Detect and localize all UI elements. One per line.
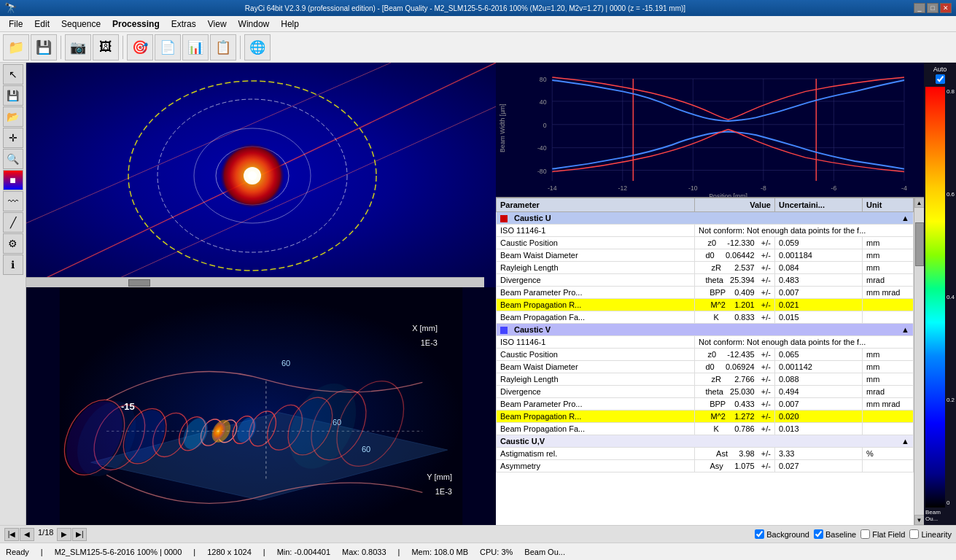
tb-separator-2	[123, 36, 123, 59]
menu-view[interactable]: View	[202, 18, 233, 31]
svg-line-1	[99, 106, 496, 287]
menu-edit[interactable]: Edit	[28, 18, 55, 31]
collapse-v-arrow[interactable]: ▲	[901, 325, 909, 334]
control-bar: |◀ ◀ 1/18 ▶ ▶| Background Baseline Flat …	[0, 525, 956, 542]
m2-v-row: Beam Propagation R... M^2 1.272 +/- 0.02…	[497, 411, 914, 423]
title-bar: 🔭 RayCi 64bit V2.3.9 (professional editi…	[0, 0, 956, 16]
maximize-button[interactable]: □	[927, 3, 938, 13]
background-checkbox[interactable]	[755, 529, 764, 539]
tb-image-button[interactable]: 🖼	[93, 34, 119, 61]
caustic-pos-u-row: Caustic Position z0 -12.330 +/- 0.059 mm	[497, 237, 914, 249]
frame-count-label: 1/18	[35, 528, 56, 541]
tool-settings2[interactable]: ⚙	[3, 233, 23, 254]
tb-doc-button[interactable]: 📄	[155, 34, 181, 61]
rayleigh-v-row: Rayleigh Length zR 2.766 +/- 0.088 mm	[497, 373, 914, 386]
divergence-u-row: Divergence theta 25.394 +/- 0.483 mrad	[497, 274, 914, 287]
bottom-3d-image: X [mm] 1E-3 Y [mm] 1E-3 -15 60 60 60	[26, 287, 496, 525]
main-content: ↖ 💾 📂 ✛ 🔍 ■ 〰 ╱ ⚙ ℹ	[0, 63, 956, 525]
menu-extras[interactable]: Extras	[166, 18, 202, 31]
asymmetry-row: Asymmetry Asy 1.075 +/- 0.027	[497, 460, 914, 472]
baseline-checkbox[interactable]	[814, 529, 823, 539]
rayleigh-u-row: Rayleigh Length zR 2.537 +/- 0.084 mm	[497, 262, 914, 274]
table-scrollbar[interactable]: ▲ ▼	[914, 198, 924, 525]
status-sep4: |	[398, 548, 400, 556]
menu-window[interactable]: Window	[233, 18, 276, 31]
svg-text:0: 0	[543, 122, 547, 129]
linearity-label: Linearity	[921, 530, 952, 539]
tool-color[interactable]: ■	[3, 170, 23, 190]
k-u-row: Beam Propagation Fa... K 0.833 +/- 0.015	[497, 311, 914, 324]
frame-last-button[interactable]: ▶|	[72, 528, 87, 541]
linearity-checkbox[interactable]	[909, 529, 919, 539]
col-parameter: Parameter	[497, 198, 695, 212]
close-button[interactable]: ✕	[940, 3, 952, 13]
menu-file[interactable]: File	[3, 18, 28, 31]
frame-next-button[interactable]: ▶	[57, 528, 71, 541]
astigmatism-row: Astigmatism rel. Ast 3.98 +/- 3.33 %	[497, 448, 914, 460]
tb-save-button[interactable]: 💾	[31, 34, 57, 61]
y-axis-label: Y [mm]	[427, 472, 452, 481]
svg-rect-35	[496, 65, 924, 195]
svg-text:80: 80	[540, 76, 547, 83]
svg-text:Beam Width [µm]: Beam Width [µm]	[499, 104, 506, 152]
app-icon: 🔭	[4, 2, 17, 14]
y-unit-label: 1E-3	[435, 487, 452, 496]
window-title: RayCi 64bit V2.3.9 (professional edition…	[17, 4, 914, 12]
tool-crosshair[interactable]: ✛	[3, 128, 23, 148]
tool-save2[interactable]: 💾	[3, 85, 23, 106]
right-panel: Caustic Fit	[496, 63, 924, 525]
tool-arrow[interactable]: ↖	[3, 64, 23, 85]
tool-line[interactable]: ╱	[3, 212, 23, 233]
tb-target-button[interactable]: 🎯	[127, 34, 153, 61]
tool-open2[interactable]: 📂	[3, 106, 23, 127]
status-ready: Ready	[6, 548, 29, 556]
frame-controls: |◀ ◀ 1/18 ▶ ▶|	[4, 528, 87, 541]
flatfield-checkbox[interactable]	[860, 529, 870, 539]
tb-chart-button[interactable]: 📊	[182, 34, 209, 61]
status-max: Max: 0.8033	[342, 548, 386, 556]
status-mem: Mem: 108.0 MB	[411, 548, 468, 556]
val-60a-label: 60	[281, 359, 290, 368]
auto-checkbox[interactable]	[936, 74, 945, 84]
bpp-v-row: Beam Parameter Pro... BPP 0.433 +/- 0.00…	[497, 398, 914, 411]
colorbar-label-02: 0.2	[947, 397, 955, 403]
status-min: Min: -0.004401	[277, 548, 330, 556]
baseline-label: Baseline	[825, 530, 856, 539]
col-uncertainty: Uncertaini...	[775, 198, 863, 212]
caustic-plot: Caustic Fit	[496, 63, 924, 198]
flatfield-label: Flat Field	[872, 530, 905, 539]
menu-help[interactable]: Help	[275, 18, 305, 31]
status-bar: Ready | M2_SLM125-5-6-2016 100% | 0000 |…	[0, 542, 956, 560]
collapse-u-arrow[interactable]: ▲	[901, 214, 909, 222]
tb-open-button[interactable]: 📁	[3, 34, 29, 61]
colorbar-label-08: 0.8	[947, 88, 955, 95]
data-table-container[interactable]: Parameter Value Uncertaini... Unit Caust…	[496, 198, 914, 525]
frame-first-button[interactable]: |◀	[4, 528, 19, 541]
auto-label: Auto	[933, 66, 947, 73]
svg-text:-14: -14	[548, 184, 557, 192]
tb-globe-button[interactable]: 🌐	[244, 34, 271, 61]
minimize-button[interactable]: _	[914, 3, 925, 13]
left-image-panels: X [mm] 1E-3 Y [mm] 1E-3 -15 60 60 60	[26, 63, 496, 525]
svg-text:Position [mm]: Position [mm]	[709, 192, 747, 197]
val-60c-label: 60	[362, 445, 370, 454]
tb-copy-button[interactable]: 📋	[210, 34, 236, 61]
collapse-uv-arrow[interactable]: ▲	[901, 437, 909, 446]
tool-zoom[interactable]: 🔍	[3, 149, 23, 169]
tb-camera-button[interactable]: 📷	[65, 34, 91, 61]
iso-u-row: ISO 11146-1 Not conform: Not enough data…	[497, 225, 914, 237]
background-checkbox-item: Background	[755, 529, 809, 539]
menu-sequence[interactable]: Sequence	[55, 18, 106, 31]
right-colorbar: Auto 0.8 0.6 0.4 0.2 0 Beam Ou...	[924, 63, 956, 525]
svg-text:-6: -6	[831, 184, 837, 192]
bpp-u-row: Beam Parameter Pro... BPP 0.409 +/- 0.00…	[497, 287, 914, 299]
data-table: Parameter Value Uncertaini... Unit Caust…	[496, 198, 914, 472]
menu-processing[interactable]: Processing	[106, 18, 166, 31]
section-caustic-uv: Caustic U,V ▲	[497, 435, 914, 448]
tool-info[interactable]: ℹ	[3, 254, 23, 275]
window-controls: _ □ ✕	[914, 3, 952, 13]
tool-wave[interactable]: 〰	[3, 191, 23, 211]
frame-prev-button[interactable]: ◀	[20, 528, 34, 541]
linearity-checkbox-item: Linearity	[909, 529, 952, 539]
svg-text:-12: -12	[618, 184, 628, 192]
